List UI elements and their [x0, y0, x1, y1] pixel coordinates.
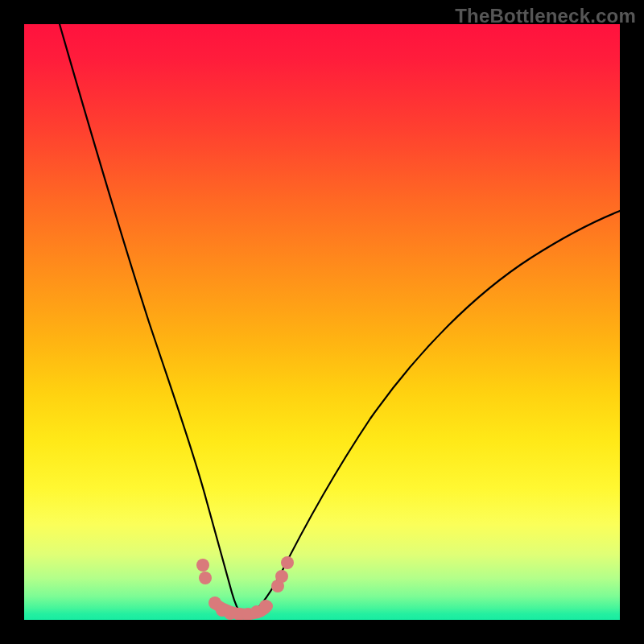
svg-point-8 [259, 600, 272, 613]
right-curve [250, 211, 620, 614]
svg-point-11 [281, 556, 294, 569]
svg-point-0 [196, 559, 209, 572]
watermark: TheBottleneck.com [455, 5, 636, 27]
plot-area [24, 24, 620, 620]
left-curve [60, 24, 242, 614]
bead-cluster [196, 556, 294, 620]
frame: TheBottleneck.com [0, 0, 644, 644]
svg-point-10 [275, 570, 288, 583]
curves-svg [24, 24, 620, 620]
svg-point-1 [199, 572, 212, 584]
